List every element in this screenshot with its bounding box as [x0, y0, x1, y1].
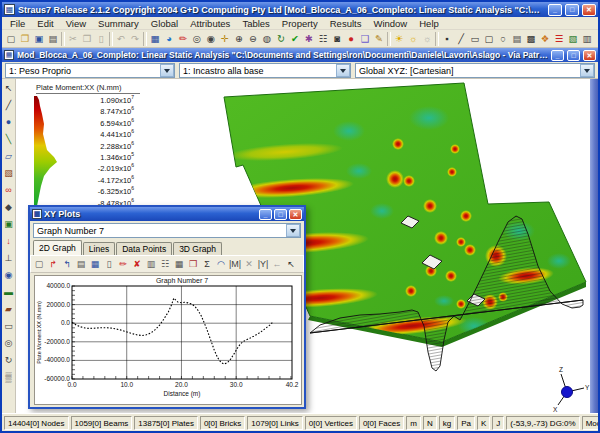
- abs-max-icon[interactable]: |M|: [228, 257, 242, 272]
- grid-view-icon[interactable]: ▦: [88, 257, 102, 272]
- xy-plots-dialog[interactable]: ▦ XY Plots _ □ ✕ Graph Number 7 2D Graph…: [28, 205, 306, 409]
- circle-tool-icon[interactable]: ○: [496, 31, 510, 46]
- chevron-down-icon[interactable]: [580, 64, 594, 77]
- probe-icon[interactable]: ↖: [284, 257, 298, 272]
- menu-property[interactable]: Property: [276, 18, 324, 29]
- dynamic-zoom-icon[interactable]: ◍: [260, 31, 274, 46]
- menu-help[interactable]: Help: [413, 18, 445, 29]
- undo-icon[interactable]: ↶: [114, 31, 128, 46]
- menu-tables[interactable]: Tables: [236, 18, 275, 29]
- child-minimize-button[interactable]: _: [551, 50, 564, 61]
- zoom-in-icon[interactable]: ⊕: [232, 31, 246, 46]
- new-icon[interactable]: ▢: [4, 31, 18, 46]
- page-setup-icon[interactable]: ▤: [510, 31, 524, 46]
- brick-entity-icon[interactable]: ▧: [3, 165, 15, 182]
- child-maximize-button[interactable]: □: [567, 50, 580, 61]
- image-icon[interactable]: ▩: [524, 31, 538, 46]
- menu-attributes[interactable]: Attributes: [184, 18, 236, 29]
- plate-entity-icon[interactable]: ▱: [3, 148, 15, 165]
- solve-icon[interactable]: ✔: [288, 31, 302, 46]
- child-titlebar[interactable]: ▦ Mod_Blocca_A_06_Completo: Linear Stati…: [2, 48, 598, 62]
- zoom-select-icon[interactable]: ◎: [190, 31, 204, 46]
- copy-view-icon[interactable]: ❑: [358, 31, 372, 46]
- restraint-icon[interactable]: ⊥: [3, 250, 15, 267]
- camera-icon[interactable]: ◙: [330, 31, 344, 46]
- rounded-rect-tool-icon[interactable]: ▢: [482, 31, 496, 46]
- cut-icon[interactable]: ✂: [66, 31, 80, 46]
- close-button[interactable]: ✕: [582, 4, 596, 16]
- freedom-case-combo[interactable]: 1: Incastro alla base: [179, 63, 351, 78]
- face-entity-icon[interactable]: ▣: [3, 216, 15, 233]
- menu-file[interactable]: File: [4, 18, 31, 29]
- page-view-icon[interactable]: ▯: [102, 257, 116, 272]
- select-all-icon[interactable]: ▭: [3, 318, 15, 335]
- table-icon[interactable]: ▥: [580, 31, 594, 46]
- zoom-tool-icon[interactable]: ◎: [3, 335, 15, 352]
- model-box-icon[interactable]: ▧: [566, 31, 580, 46]
- entity-display-icon[interactable]: ▦: [148, 31, 162, 46]
- node-attr-icon[interactable]: ◉: [3, 267, 15, 284]
- spreadsheet-icon[interactable]: ▦: [172, 257, 186, 272]
- sum-icon[interactable]: Σ: [200, 257, 214, 272]
- beam-attr-icon[interactable]: ▬: [3, 284, 15, 301]
- edit-graph-icon[interactable]: ✏: [116, 257, 130, 272]
- open-icon[interactable]: ❐: [18, 31, 32, 46]
- menu-edit[interactable]: Edit: [31, 18, 59, 29]
- dialog-close-button[interactable]: ✕: [289, 209, 302, 220]
- line-draw-icon[interactable]: ╱: [3, 97, 15, 114]
- print-graph-icon[interactable]: ▤: [74, 257, 88, 272]
- draw-tool-icon[interactable]: ✏: [176, 31, 190, 46]
- options-icon[interactable]: ✱: [302, 31, 316, 46]
- pan-icon[interactable]: ✛: [218, 31, 232, 46]
- print-icon[interactable]: ▤: [46, 31, 60, 46]
- rotate-tool-icon[interactable]: ↻: [3, 352, 15, 369]
- export-file-icon[interactable]: ❒: [186, 257, 200, 272]
- graph-number-combo[interactable]: Graph Number 7: [33, 223, 301, 238]
- menu-results[interactable]: Results: [324, 18, 368, 29]
- paste-icon[interactable]: ▯: [94, 31, 108, 46]
- dialog-minimize-button[interactable]: _: [259, 209, 272, 220]
- tab-3d-graph[interactable]: 3D Graph: [173, 242, 222, 255]
- light-dim-icon[interactable]: ☼: [420, 31, 434, 46]
- tab-2d-graph[interactable]: 2D Graph: [33, 240, 82, 255]
- main-titlebar[interactable]: ▦ Straus7 Release 2.1.2 Copyright 2004 G…: [2, 2, 598, 17]
- tab-data-points[interactable]: Data Points: [116, 242, 172, 255]
- export-graph-icon[interactable]: ↰: [60, 257, 74, 272]
- grid-icon[interactable]: ☷: [316, 31, 330, 46]
- vertex-entity-icon[interactable]: ◆: [3, 199, 15, 216]
- dynamic-rotate-icon[interactable]: ↻: [274, 31, 288, 46]
- dialog-maximize-button[interactable]: □: [274, 209, 287, 220]
- new-graph-icon[interactable]: ▢: [32, 257, 46, 272]
- tab-lines[interactable]: Lines: [83, 242, 115, 255]
- delete-graph-icon[interactable]: ✘: [130, 257, 144, 272]
- menu-view[interactable]: View: [60, 18, 92, 29]
- annotate-icon[interactable]: ✎: [372, 31, 386, 46]
- child-close-button[interactable]: ✕: [583, 50, 596, 61]
- beam-entity-icon[interactable]: ╲: [3, 131, 15, 148]
- import-graph-icon[interactable]: ↱: [46, 257, 60, 272]
- zoom-out-icon[interactable]: ⊖: [246, 31, 260, 46]
- rgb-icon[interactable]: ☰: [552, 31, 566, 46]
- rect-tool-icon[interactable]: ▭: [468, 31, 482, 46]
- coordinate-system-combo[interactable]: Global XYZ: [Cartesian]: [355, 63, 595, 78]
- light-bright-icon[interactable]: ☀: [392, 31, 406, 46]
- menu-global[interactable]: Global: [145, 18, 184, 29]
- copy-data-icon[interactable]: ▥: [144, 257, 158, 272]
- abs-y-icon[interactable]: |Y|: [256, 257, 270, 272]
- palette-icon[interactable]: ❖: [538, 31, 552, 46]
- light-mid-icon[interactable]: ☼: [406, 31, 420, 46]
- multiply-icon[interactable]: ✕: [242, 257, 256, 272]
- link-entity-icon[interactable]: ∞: [3, 182, 15, 199]
- menu-window[interactable]: Window: [367, 18, 413, 29]
- menu-summary[interactable]: Summary: [92, 18, 145, 29]
- minimize-button[interactable]: _: [548, 4, 562, 16]
- load-case-combo[interactable]: 1: Peso Proprio: [5, 63, 175, 78]
- xy-plots-titlebar[interactable]: ▦ XY Plots _ □ ✕: [30, 207, 304, 221]
- record-icon[interactable]: ●: [344, 31, 358, 46]
- refresh-globe-icon[interactable]: ◕: [162, 31, 176, 46]
- node-entity-icon[interactable]: ●: [3, 114, 15, 131]
- data-table-icon[interactable]: ☷: [158, 257, 172, 272]
- redo-icon[interactable]: ↷: [128, 31, 142, 46]
- save-icon[interactable]: ▣: [32, 31, 46, 46]
- plate-attr-icon[interactable]: ▰: [3, 301, 15, 318]
